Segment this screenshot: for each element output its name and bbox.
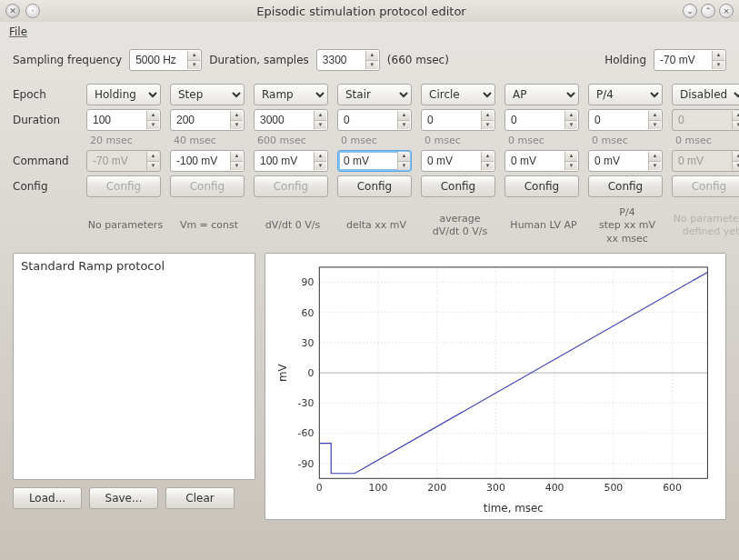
duration-spinner-7: ▴▾ (672, 109, 739, 131)
info-2: dV/dt 0 V/s (254, 219, 332, 232)
duration-msec-7: 0 msec (672, 135, 739, 146)
duration-label: Duration (13, 114, 81, 126)
menu-file[interactable]: File (9, 25, 27, 38)
app-icon: ✕ (5, 4, 20, 18)
duration-spinner-5[interactable]: ▴▾ (504, 109, 579, 131)
command-spinner-7: ▴▾ (672, 150, 739, 172)
config-button-1: Config (170, 175, 245, 197)
svg-text:-90: -90 (298, 458, 315, 470)
config-button-2: Config (254, 175, 328, 197)
svg-text:time, msec: time, msec (484, 502, 544, 515)
duration-msec-3: 0 msec (337, 135, 415, 146)
epoch-select-3[interactable]: Stair (337, 84, 412, 105)
config-label: Config (13, 180, 81, 193)
svg-text:500: 500 (604, 482, 623, 494)
spin-up-icon[interactable]: ▴ (712, 51, 724, 61)
duration-msec-4: 0 msec (421, 135, 499, 146)
svg-text:-30: -30 (298, 397, 315, 409)
svg-text:30: 30 (301, 337, 314, 349)
duration-samples-input[interactable] (323, 54, 363, 66)
command-spinner-6[interactable]: ▴▾ (588, 150, 663, 172)
duration-samples-label: Duration, samples (209, 54, 309, 66)
config-button-7: Config (672, 175, 739, 197)
duration-msec-1: 40 msec (170, 135, 248, 146)
info-4: average dV/dt 0 V/s (421, 213, 499, 239)
spin-down-icon[interactable]: ▾ (712, 61, 724, 70)
info-7: No parameters defined yet (672, 213, 739, 239)
svg-text:60: 60 (301, 307, 314, 319)
epoch-select-1[interactable]: Step (170, 84, 245, 105)
spin-down-icon[interactable]: ▾ (187, 61, 200, 70)
config-button-3[interactable]: Config (337, 175, 412, 197)
svg-text:200: 200 (427, 482, 446, 494)
command-spinner-2[interactable]: ▴▾ (254, 150, 328, 172)
command-label: Command (13, 155, 81, 167)
duration-msec-0: 20 msec (86, 135, 165, 146)
sampling-input[interactable] (135, 54, 185, 66)
command-spinner-0: ▴▾ (86, 150, 161, 172)
config-button-6[interactable]: Config (588, 175, 663, 197)
info-6: P/4 step xx mV xx msec (588, 206, 666, 245)
holding-label: Holding (604, 54, 646, 66)
config-button-5[interactable]: Config (504, 175, 579, 197)
duration-spinner-1[interactable]: ▴▾ (170, 109, 245, 131)
window-title: Episodic stimulation protocol editor (40, 5, 683, 18)
duration-spinner-3[interactable]: ▴▾ (337, 109, 412, 131)
minimize-icon[interactable]: ⌄ (683, 4, 697, 18)
sampling-spinner[interactable]: ▴▾ (129, 49, 202, 71)
info-5: Human LV AP (504, 219, 583, 232)
info-1: Vm = const (170, 219, 248, 232)
config-button-0: Config (86, 175, 161, 197)
epoch-select-5[interactable]: AP (504, 84, 579, 105)
duration-msec-2: 600 msec (254, 135, 332, 146)
maximize-icon[interactable]: ⌃ (701, 4, 715, 18)
command-spinner-3[interactable]: ▴▾ (337, 150, 412, 172)
duration-hint: (660 msec) (387, 54, 449, 66)
epoch-select-2[interactable]: Ramp (254, 84, 328, 105)
info-0: No parameters (86, 219, 165, 232)
epoch-select-0[interactable]: Holding (86, 84, 161, 105)
svg-text:100: 100 (369, 482, 388, 494)
svg-text:mV: mV (276, 363, 289, 382)
protocol-list[interactable]: Standard Ramp protocol (13, 253, 255, 480)
command-spinner-1[interactable]: ▴▾ (170, 150, 245, 172)
menu-icon[interactable]: · (25, 4, 40, 18)
epoch-label: Epoch (13, 88, 81, 101)
list-item[interactable]: Standard Ramp protocol (21, 259, 247, 273)
spin-up-icon[interactable]: ▴ (187, 51, 200, 61)
info-3: delta xx mV (337, 219, 415, 232)
spin-up-icon[interactable]: ▴ (365, 51, 378, 61)
svg-text:0: 0 (307, 367, 314, 379)
command-spinner-4[interactable]: ▴▾ (421, 150, 495, 172)
close-icon[interactable]: × (719, 4, 734, 18)
epoch-select-4[interactable]: Circle (421, 84, 495, 105)
svg-text:90: 90 (301, 276, 314, 288)
duration-spinner-4[interactable]: ▴▾ (421, 109, 495, 131)
holding-spinner[interactable]: ▴▾ (654, 49, 726, 71)
save-button[interactable]: Save... (89, 487, 158, 509)
duration-spinner-6[interactable]: ▴▾ (588, 109, 663, 131)
epoch-select-7[interactable]: Disabled (672, 84, 739, 105)
svg-text:-60: -60 (298, 427, 315, 439)
svg-text:0: 0 (316, 482, 323, 494)
svg-text:400: 400 (545, 482, 564, 494)
config-button-4[interactable]: Config (421, 175, 495, 197)
epoch-select-6[interactable]: P/4 (588, 84, 663, 105)
duration-samples-spinner[interactable]: ▴▾ (316, 49, 380, 71)
duration-spinner-0[interactable]: ▴▾ (86, 109, 161, 131)
duration-msec-5: 0 msec (504, 135, 583, 146)
command-spinner-5[interactable]: ▴▾ (504, 150, 579, 172)
clear-button[interactable]: Clear (165, 487, 235, 509)
protocol-chart: 0100200300400500600-90-60-300306090time,… (265, 253, 726, 520)
holding-input[interactable] (660, 54, 709, 66)
duration-spinner-2[interactable]: ▴▾ (254, 109, 328, 131)
svg-text:300: 300 (486, 482, 505, 494)
spin-down-icon[interactable]: ▾ (365, 61, 378, 70)
duration-msec-6: 0 msec (588, 135, 666, 146)
sampling-label: Sampling frequency (13, 54, 122, 66)
svg-text:600: 600 (663, 482, 682, 494)
load-button[interactable]: Load... (13, 487, 82, 509)
